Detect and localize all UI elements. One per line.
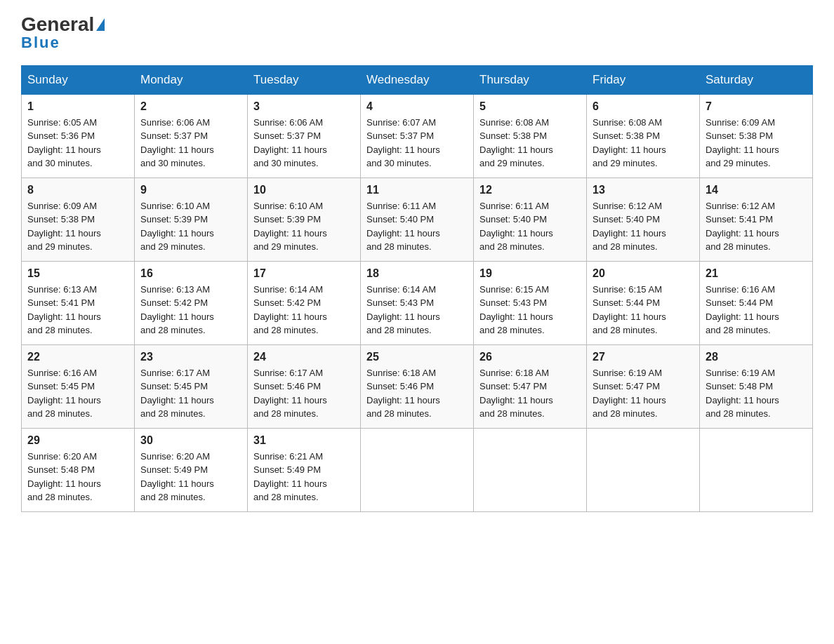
day-number: 20 bbox=[593, 267, 694, 280]
day-info: Sunrise: 6:21 AMSunset: 5:49 PMDaylight:… bbox=[253, 450, 355, 504]
day-number: 25 bbox=[366, 351, 468, 363]
day-info: Sunrise: 6:13 AMSunset: 5:41 PMDaylight:… bbox=[27, 283, 128, 337]
day-number: 23 bbox=[140, 351, 241, 363]
day-info: Sunrise: 6:14 AMSunset: 5:43 PMDaylight:… bbox=[366, 283, 468, 337]
calendar-cell: 13 Sunrise: 6:12 AMSunset: 5:40 PMDaylig… bbox=[587, 177, 700, 261]
weekday-header-saturday: Saturday bbox=[700, 65, 813, 94]
day-number: 24 bbox=[253, 351, 355, 363]
day-info: Sunrise: 6:13 AMSunset: 5:42 PMDaylight:… bbox=[140, 283, 241, 337]
weekday-header-monday: Monday bbox=[135, 65, 248, 94]
calendar-cell bbox=[700, 428, 813, 511]
weekday-header-friday: Friday bbox=[587, 65, 700, 94]
day-info: Sunrise: 6:17 AMSunset: 5:46 PMDaylight:… bbox=[253, 366, 355, 421]
day-info: Sunrise: 6:10 AMSunset: 5:39 PMDaylight:… bbox=[253, 199, 355, 254]
day-number: 14 bbox=[706, 184, 807, 196]
day-info: Sunrise: 6:18 AMSunset: 5:46 PMDaylight:… bbox=[366, 366, 468, 421]
weekday-header-tuesday: Tuesday bbox=[248, 65, 361, 94]
day-number: 15 bbox=[27, 267, 128, 280]
calendar-cell: 31 Sunrise: 6:21 AMSunset: 5:49 PMDaylig… bbox=[248, 428, 361, 511]
weekday-header-sunday: Sunday bbox=[22, 65, 135, 94]
calendar-cell: 18 Sunrise: 6:14 AMSunset: 5:43 PMDaylig… bbox=[361, 261, 474, 344]
day-number: 9 bbox=[140, 184, 241, 196]
day-number: 3 bbox=[253, 100, 355, 113]
day-number: 29 bbox=[27, 434, 128, 447]
calendar-cell: 22 Sunrise: 6:16 AMSunset: 5:45 PMDaylig… bbox=[22, 344, 135, 428]
day-number: 11 bbox=[366, 184, 468, 196]
day-number: 21 bbox=[706, 267, 807, 280]
day-info: Sunrise: 6:20 AMSunset: 5:48 PMDaylight:… bbox=[27, 450, 128, 504]
calendar-cell: 30 Sunrise: 6:20 AMSunset: 5:49 PMDaylig… bbox=[135, 428, 248, 511]
day-info: Sunrise: 6:19 AMSunset: 5:48 PMDaylight:… bbox=[706, 366, 807, 421]
day-info: Sunrise: 6:07 AMSunset: 5:37 PMDaylight:… bbox=[366, 116, 468, 170]
day-number: 5 bbox=[479, 100, 581, 113]
calendar-cell: 3 Sunrise: 6:06 AMSunset: 5:37 PMDayligh… bbox=[248, 94, 361, 177]
calendar-cell: 15 Sunrise: 6:13 AMSunset: 5:41 PMDaylig… bbox=[22, 261, 135, 344]
calendar-week-row: 1 Sunrise: 6:05 AMSunset: 5:36 PMDayligh… bbox=[22, 94, 813, 177]
calendar-cell: 24 Sunrise: 6:17 AMSunset: 5:46 PMDaylig… bbox=[248, 344, 361, 428]
day-number: 1 bbox=[27, 100, 128, 113]
calendar-cell: 26 Sunrise: 6:18 AMSunset: 5:47 PMDaylig… bbox=[474, 344, 587, 428]
calendar-cell: 21 Sunrise: 6:16 AMSunset: 5:44 PMDaylig… bbox=[700, 261, 813, 344]
weekday-header-thursday: Thursday bbox=[474, 65, 587, 94]
day-number: 17 bbox=[253, 267, 355, 280]
calendar-cell: 9 Sunrise: 6:10 AMSunset: 5:39 PMDayligh… bbox=[135, 177, 248, 261]
calendar-table: SundayMondayTuesdayWednesdayThursdayFrid… bbox=[21, 65, 813, 512]
day-info: Sunrise: 6:09 AMSunset: 5:38 PMDaylight:… bbox=[706, 116, 807, 170]
calendar-cell: 25 Sunrise: 6:18 AMSunset: 5:46 PMDaylig… bbox=[361, 344, 474, 428]
calendar-cell: 12 Sunrise: 6:11 AMSunset: 5:40 PMDaylig… bbox=[474, 177, 587, 261]
page-header: General Blue bbox=[21, 14, 813, 51]
day-number: 12 bbox=[479, 184, 581, 196]
day-info: Sunrise: 6:05 AMSunset: 5:36 PMDaylight:… bbox=[27, 116, 128, 170]
calendar-week-row: 29 Sunrise: 6:20 AMSunset: 5:48 PMDaylig… bbox=[22, 428, 813, 511]
day-number: 19 bbox=[479, 267, 581, 280]
day-info: Sunrise: 6:12 AMSunset: 5:40 PMDaylight:… bbox=[593, 199, 694, 254]
day-info: Sunrise: 6:09 AMSunset: 5:38 PMDaylight:… bbox=[27, 199, 128, 254]
day-number: 28 bbox=[706, 351, 807, 363]
calendar-cell bbox=[474, 428, 587, 511]
logo-general: General bbox=[21, 14, 94, 36]
calendar-cell: 23 Sunrise: 6:17 AMSunset: 5:45 PMDaylig… bbox=[135, 344, 248, 428]
day-number: 2 bbox=[140, 100, 241, 113]
day-info: Sunrise: 6:06 AMSunset: 5:37 PMDaylight:… bbox=[140, 116, 241, 170]
calendar-cell: 16 Sunrise: 6:13 AMSunset: 5:42 PMDaylig… bbox=[135, 261, 248, 344]
weekday-header-wednesday: Wednesday bbox=[361, 65, 474, 94]
day-number: 10 bbox=[253, 184, 355, 196]
calendar-cell: 20 Sunrise: 6:15 AMSunset: 5:44 PMDaylig… bbox=[587, 261, 700, 344]
day-number: 6 bbox=[593, 100, 694, 113]
day-number: 30 bbox=[140, 434, 241, 447]
calendar-cell: 4 Sunrise: 6:07 AMSunset: 5:37 PMDayligh… bbox=[361, 94, 474, 177]
day-info: Sunrise: 6:10 AMSunset: 5:39 PMDaylight:… bbox=[140, 199, 241, 254]
day-info: Sunrise: 6:11 AMSunset: 5:40 PMDaylight:… bbox=[479, 199, 581, 254]
calendar-cell bbox=[361, 428, 474, 511]
day-number: 13 bbox=[593, 184, 694, 196]
calendar-cell: 7 Sunrise: 6:09 AMSunset: 5:38 PMDayligh… bbox=[700, 94, 813, 177]
day-info: Sunrise: 6:12 AMSunset: 5:41 PMDaylight:… bbox=[706, 199, 807, 254]
calendar-cell: 19 Sunrise: 6:15 AMSunset: 5:43 PMDaylig… bbox=[474, 261, 587, 344]
day-number: 31 bbox=[253, 434, 355, 447]
calendar-cell: 8 Sunrise: 6:09 AMSunset: 5:38 PMDayligh… bbox=[22, 177, 135, 261]
day-number: 27 bbox=[593, 351, 694, 363]
logo: General Blue bbox=[21, 14, 105, 51]
calendar-cell: 27 Sunrise: 6:19 AMSunset: 5:47 PMDaylig… bbox=[587, 344, 700, 428]
day-number: 4 bbox=[366, 100, 468, 113]
calendar-cell: 11 Sunrise: 6:11 AMSunset: 5:40 PMDaylig… bbox=[361, 177, 474, 261]
day-number: 26 bbox=[479, 351, 581, 363]
calendar-cell: 10 Sunrise: 6:10 AMSunset: 5:39 PMDaylig… bbox=[248, 177, 361, 261]
calendar-cell: 17 Sunrise: 6:14 AMSunset: 5:42 PMDaylig… bbox=[248, 261, 361, 344]
calendar-week-row: 8 Sunrise: 6:09 AMSunset: 5:38 PMDayligh… bbox=[22, 177, 813, 261]
day-info: Sunrise: 6:16 AMSunset: 5:44 PMDaylight:… bbox=[706, 283, 807, 337]
day-info: Sunrise: 6:16 AMSunset: 5:45 PMDaylight:… bbox=[27, 366, 128, 421]
calendar-cell: 1 Sunrise: 6:05 AMSunset: 5:36 PMDayligh… bbox=[22, 94, 135, 177]
day-info: Sunrise: 6:18 AMSunset: 5:47 PMDaylight:… bbox=[479, 366, 581, 421]
day-info: Sunrise: 6:15 AMSunset: 5:43 PMDaylight:… bbox=[479, 283, 581, 337]
calendar-cell: 6 Sunrise: 6:08 AMSunset: 5:38 PMDayligh… bbox=[587, 94, 700, 177]
calendar-week-row: 22 Sunrise: 6:16 AMSunset: 5:45 PMDaylig… bbox=[22, 344, 813, 428]
day-info: Sunrise: 6:06 AMSunset: 5:37 PMDaylight:… bbox=[253, 116, 355, 170]
day-number: 8 bbox=[27, 184, 128, 196]
day-number: 22 bbox=[27, 351, 128, 363]
day-info: Sunrise: 6:15 AMSunset: 5:44 PMDaylight:… bbox=[593, 283, 694, 337]
day-info: Sunrise: 6:14 AMSunset: 5:42 PMDaylight:… bbox=[253, 283, 355, 337]
calendar-cell: 28 Sunrise: 6:19 AMSunset: 5:48 PMDaylig… bbox=[700, 344, 813, 428]
calendar-cell bbox=[587, 428, 700, 511]
day-info: Sunrise: 6:20 AMSunset: 5:49 PMDaylight:… bbox=[140, 450, 241, 504]
